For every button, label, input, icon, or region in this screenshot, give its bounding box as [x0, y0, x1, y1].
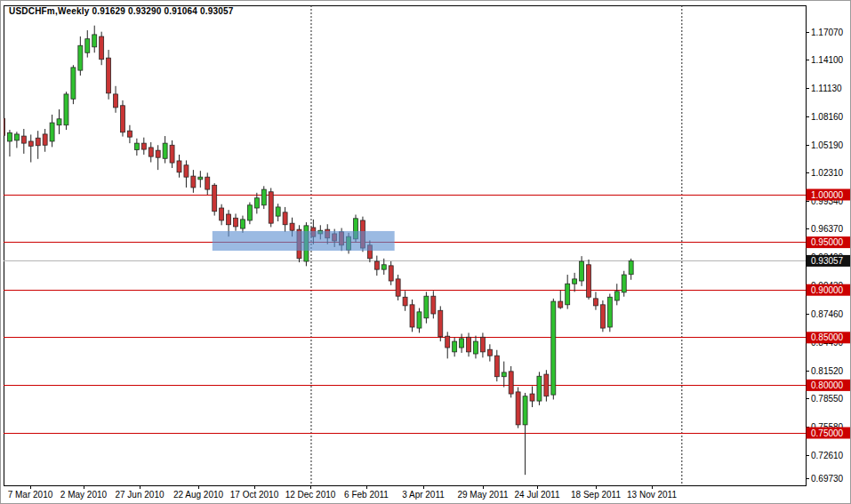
bull-candle-body	[417, 312, 421, 328]
bear-candle-body	[558, 301, 563, 308]
price-chart-canvas[interactable]: 1.170701.141001.111301.081601.051901.023…	[1, 1, 851, 504]
bear-candle-body	[28, 141, 33, 146]
bear-candle-body	[438, 310, 443, 336]
bull-candle-body	[566, 284, 570, 305]
bear-candle-body	[467, 337, 471, 352]
bull-candle-body	[261, 189, 266, 205]
bull-candle-body	[78, 45, 83, 70]
bull-candle-body	[85, 39, 90, 53]
bull-candle-body	[629, 260, 633, 274]
bull-candle-body	[523, 396, 527, 425]
bear-candle-body	[100, 36, 104, 60]
bull-candle-body	[163, 143, 167, 158]
bear-candle-body	[389, 266, 393, 281]
bear-candle-body	[170, 145, 174, 163]
bear-candle-body	[107, 58, 111, 93]
bear-candle-body	[283, 212, 287, 225]
bull-candle-body	[424, 296, 429, 318]
bull-candle-body	[134, 143, 139, 150]
bear-candle-body	[213, 185, 217, 211]
bear-candle-body	[234, 218, 238, 227]
bull-candle-body	[92, 35, 97, 47]
bull-candle-body	[580, 261, 584, 281]
bear-candle-body	[487, 349, 492, 356]
bear-candle-body	[544, 374, 549, 396]
bull-candle-body	[473, 341, 478, 354]
bull-candle-body	[240, 220, 245, 228]
bear-candle-body	[494, 356, 499, 377]
chart-window: USDCHFm,Weekly 0.91629 0.93290 0.91064 0…	[0, 0, 851, 504]
bull-candle-body	[537, 376, 542, 401]
bear-candle-body	[36, 138, 40, 146]
bear-candle-body	[269, 192, 273, 223]
bear-candle-body	[374, 261, 379, 269]
bear-candle-body	[396, 279, 400, 296]
chart-title: USDCHFm,Weekly 0.91629 0.93290 0.91064 0…	[9, 6, 234, 16]
bear-candle-body	[184, 165, 189, 177]
bear-candle-body	[205, 177, 210, 189]
bull-candle-body	[622, 275, 626, 292]
bull-candle-body	[247, 205, 252, 220]
bull-candle-body	[607, 297, 612, 327]
bear-candle-body	[600, 305, 605, 328]
bull-candle-body	[71, 68, 76, 99]
bear-candle-body	[156, 150, 160, 157]
y-axis-drag-zone[interactable]	[806, 1, 851, 504]
bear-candle-body	[141, 143, 146, 149]
bear-candle-body	[509, 372, 513, 394]
bear-candle-body	[516, 392, 520, 425]
bear-candle-body	[21, 136, 26, 143]
bear-candle-body	[149, 148, 153, 156]
bear-candle-body	[1, 118, 5, 135]
bull-candle-body	[573, 279, 577, 284]
bear-candle-body	[120, 106, 124, 132]
bull-candle-body	[381, 265, 386, 269]
bull-candle-body	[502, 372, 506, 377]
bull-candle-body	[614, 292, 619, 300]
bear-candle-body	[290, 223, 294, 230]
bear-candle-body	[587, 265, 591, 297]
bear-candle-body	[127, 131, 132, 137]
bear-candle-body	[227, 214, 231, 225]
bull-candle-body	[198, 177, 203, 180]
bear-candle-body	[403, 297, 407, 306]
x-axis-drag-zone[interactable]	[1, 485, 806, 504]
bear-candle-body	[446, 336, 450, 348]
bull-candle-body	[460, 339, 464, 348]
bear-candle-body	[410, 305, 414, 327]
bear-candle-body	[220, 208, 224, 220]
bull-candle-body	[14, 134, 19, 140]
bull-candle-body	[57, 119, 61, 125]
bear-candle-body	[530, 394, 534, 401]
bull-candle-body	[254, 198, 259, 208]
bull-candle-body	[551, 301, 556, 395]
bear-candle-body	[191, 176, 196, 188]
bull-candle-body	[7, 132, 12, 141]
bull-candle-body	[453, 341, 457, 352]
bear-candle-body	[114, 94, 118, 108]
bear-candle-body	[480, 337, 485, 352]
bull-candle-body	[64, 94, 68, 125]
rectangle-annotation[interactable]	[213, 231, 395, 251]
bear-candle-body	[43, 134, 47, 145]
bear-candle-body	[593, 299, 598, 306]
bear-candle-body	[431, 296, 436, 314]
plot-area[interactable]	[4, 5, 806, 485]
bull-candle-body	[276, 207, 280, 216]
bear-candle-body	[177, 161, 181, 172]
bull-candle-body	[50, 123, 54, 141]
